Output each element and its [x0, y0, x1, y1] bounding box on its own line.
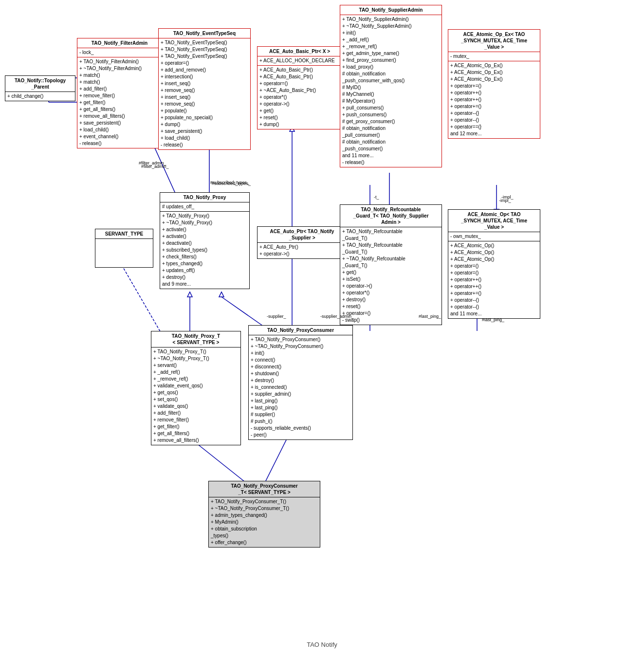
servant-type-title: SERVANT_TYPE — [95, 229, 153, 239]
ace-atomic-op-ex-box: ACE_Atomic_Op_Ex< TAO_SYNCH_MUTEX, ACE_T… — [448, 29, 540, 139]
servant-type-section — [95, 239, 153, 266]
tao-notify-filteradmin-box: TAO_Notify_FilterAdmin - lock_ + TAO_Not… — [77, 38, 162, 148]
ace-auto-ptr-supplier-box: ACE_Auto_Ptr< TAO_Notify_Supplier > + AC… — [257, 226, 347, 259]
tao-notify-topology-parent-section: + child_change() — [5, 92, 75, 101]
tao-notify-supplieradmin-box: TAO_Notify_SupplierAdmin + TAO_Notify_Su… — [340, 5, 442, 167]
ace-auto-basic-ptr-const: + ACE_ALLOC_HOOK_DECLARE — [258, 56, 342, 66]
tao-notify-eventtypeseq-methods: + TAO_Notify_EventTypeSeq() + TAO_Notify… — [159, 38, 250, 149]
footer-text: TAO Notify — [0, 641, 644, 648]
tao-notify-topology-parent-box: TAO_Notify::Topology _Parent + child_cha… — [5, 75, 75, 101]
tao-notify-proxy-t-methods: + TAO_Notify_Proxy_T() + ~TAO_Notify_Pro… — [151, 347, 240, 445]
tao-notify-proxyconsumer-title: TAO_Notify_ProxyConsumer — [249, 326, 352, 335]
tao-notify-proxyconsumer-t-title: TAO_Notify_ProxyConsumer_T< SERVANT_TYPE… — [209, 481, 320, 497]
tao-notify-proxyconsumer-t-box: TAO_Notify_ProxyConsumer_T< SERVANT_TYPE… — [208, 481, 320, 548]
diagram-container: #filter_admin_ #subscribed_types_ -suppl… — [0, 0, 644, 658]
ace-atomic-op-box: ACE_Atomic_Op< TAO_SYNCH_MUTEX, ACE_Time… — [448, 209, 540, 319]
ace-atomic-op-ex-title: ACE_Atomic_Op_Ex< TAO_SYNCH_MUTEX, ACE_T… — [448, 30, 540, 52]
tao-notify-refcountable-guard-methods: + TAO_Notify_Refcountable _Guard_T() + T… — [340, 227, 442, 325]
ace-auto-ptr-supplier-methods: + ACE_Auto_Ptr() + operator->() — [258, 243, 347, 258]
svg-line-29 — [265, 438, 287, 482]
ace-atomic-op-ex-private: - mutex_ — [448, 52, 540, 61]
label-supplier: -supplier_ — [267, 314, 286, 319]
tao-notify-proxy-t-box: TAO_Notify_Proxy_T< SERVANT_TYPE > + TAO… — [151, 331, 241, 445]
label-last-ping: #last_ping_ — [419, 314, 441, 319]
tao-notify-eventtypeseq-box: TAO_Notify_EventTypeSeq + TAO_Notify_Eve… — [158, 28, 251, 150]
tao-notify-proxy-protected: # updates_off_ — [160, 202, 249, 212]
tao-notify-supplieradmin-title: TAO_Notify_SupplierAdmin — [340, 5, 442, 15]
label-t: -t_ — [374, 195, 379, 200]
tao-notify-proxy-title: TAO_Notify_Proxy — [160, 193, 249, 202]
label-filter-admin: #filter_admin_ — [139, 161, 166, 165]
tao-notify-topology-parent-title: TAO_Notify::Topology _Parent — [5, 76, 75, 92]
label-impl: -impl_ — [501, 195, 514, 200]
tao-notify-refcountable-guard-box: TAO_Notify_Refcountable_Guard_T< TAO_Not… — [340, 204, 442, 325]
ace-atomic-op-methods: + ACE_Atomic_Op() + ACE_Atomic_Op() + AC… — [448, 241, 540, 318]
servant-type-box: SERVANT_TYPE — [95, 229, 153, 268]
ace-auto-basic-ptr-title: ACE_Auto_Basic_Ptr< X > — [258, 47, 342, 56]
label-subscribed-types: #subscribed_types_ — [210, 180, 249, 185]
tao-notify-refcountable-guard-title: TAO_Notify_Refcountable_Guard_T< TAO_Not… — [340, 205, 442, 227]
tao-notify-proxyconsumer-t-methods: + TAO_Notify_ProxyConsumer_T() + ~TAO_No… — [209, 497, 320, 547]
tao-notify-proxy-t-title: TAO_Notify_Proxy_T< SERVANT_TYPE > — [151, 331, 240, 347]
ace-atomic-op-private: - own_mutex_ — [448, 232, 540, 241]
ace-auto-basic-ptr-box: ACE_Auto_Basic_Ptr< X > + ACE_ALLOC_HOOK… — [257, 46, 342, 129]
tao-notify-eventtypeseq-title: TAO_Notify_EventTypeSeq — [159, 29, 250, 38]
tao-notify-proxyconsumer-methods: + TAO_Notify_ProxyConsumer() + ~TAO_Noti… — [249, 335, 352, 439]
tao-notify-filteradmin-title: TAO_Notify_FilterAdmin — [77, 38, 162, 48]
ace-atomic-op-title: ACE_Atomic_Op< TAO_SYNCH_MUTEX, ACE_Time… — [448, 210, 540, 232]
ace-auto-ptr-supplier-title: ACE_Auto_Ptr< TAO_Notify_Supplier > — [258, 227, 347, 243]
svg-marker-13 — [187, 292, 192, 297]
tao-notify-proxyconsumer-box: TAO_Notify_ProxyConsumer + TAO_Notify_Pr… — [248, 325, 353, 440]
tao-notify-filteradmin-private: - lock_ — [77, 48, 162, 57]
ace-atomic-op-ex-methods: + ACE_Atomic_Op_Ex() + ACE_Atomic_Op_Ex(… — [448, 61, 540, 138]
svg-marker-15 — [219, 292, 224, 297]
tao-notify-supplieradmin-methods: + TAO_Notify_SupplierAdmin() + ~TAO_Noti… — [340, 15, 442, 167]
label-supplier-admin: -supplier_admin_ — [320, 314, 354, 319]
tao-notify-proxy-methods: + TAO_Notify_Proxy() + ~TAO_Notify_Proxy… — [160, 212, 249, 289]
ace-auto-basic-ptr-methods: + ACE_Auto_Basic_Ptr() + ACE_Auto_Basic_… — [258, 66, 342, 129]
tao-notify-proxy-box: TAO_Notify_Proxy # updates_off_ + TAO_No… — [160, 192, 250, 289]
tao-notify-filteradmin-methods: + TAO_Notify_FilterAdmin() + ~TAO_Notify… — [77, 57, 162, 148]
